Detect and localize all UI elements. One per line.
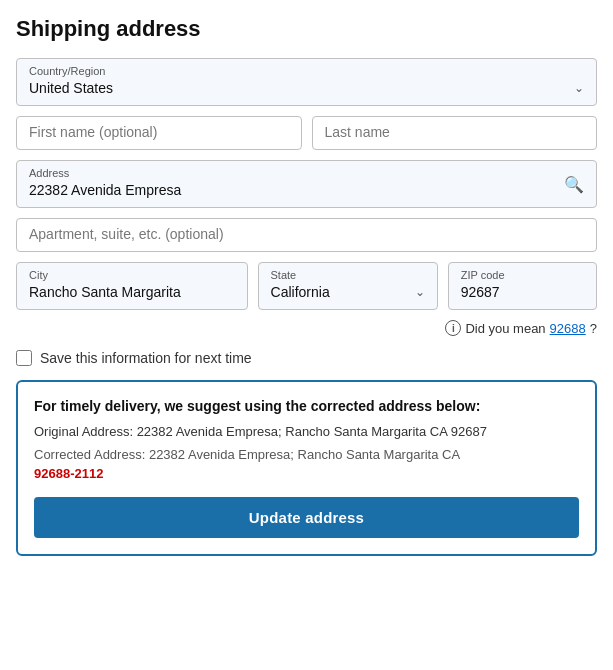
last-name-field[interactable] <box>312 116 598 150</box>
address-field[interactable]: Address 🔍 <box>16 160 597 208</box>
state-field[interactable]: State California ⌄ <box>258 262 438 310</box>
did-you-mean-text: Did you mean <box>465 321 545 336</box>
did-you-mean-row: i Did you mean 92688? <box>16 320 597 336</box>
city-input[interactable] <box>29 284 235 300</box>
zip-field[interactable]: ZIP code <box>448 262 597 310</box>
page-title: Shipping address <box>16 16 597 42</box>
state-label: State <box>271 269 425 281</box>
country-region-label: Country/Region <box>29 65 584 77</box>
corrected-address-street: 22382 Avenida Empresa; Rancho Santa Marg… <box>149 447 460 462</box>
city-field[interactable]: City <box>16 262 248 310</box>
first-name-field[interactable] <box>16 116 302 150</box>
info-icon: i <box>445 320 461 336</box>
first-name-input[interactable] <box>29 124 289 140</box>
suggestion-box: For timely delivery, we suggest using th… <box>16 380 597 556</box>
original-address-label: Original Address: <box>34 424 133 439</box>
state-select[interactable]: California <box>271 284 425 300</box>
apartment-input[interactable] <box>29 226 584 242</box>
country-region-field[interactable]: Country/Region United States ⌄ <box>16 58 597 106</box>
save-info-row: Save this information for next time <box>16 350 597 366</box>
search-icon: 🔍 <box>564 175 584 194</box>
address-label: Address <box>29 167 584 179</box>
address-input[interactable] <box>29 182 584 198</box>
corrected-address-row: Corrected Address: 22382 Avenida Empresa… <box>34 447 579 462</box>
suggestion-title: For timely delivery, we suggest using th… <box>34 398 579 414</box>
did-you-mean-zip-link[interactable]: 92688 <box>550 321 586 336</box>
corrected-zip: 92688-2112 <box>34 466 579 481</box>
city-label: City <box>29 269 235 281</box>
update-address-button[interactable]: Update address <box>34 497 579 538</box>
last-name-input[interactable] <box>325 124 585 140</box>
corrected-address-label: Corrected Address: <box>34 447 145 462</box>
did-you-mean-suffix: ? <box>590 321 597 336</box>
original-address-row: Original Address: 22382 Avenida Empresa;… <box>34 424 579 439</box>
zip-input[interactable] <box>461 284 584 300</box>
save-info-checkbox[interactable] <box>16 350 32 366</box>
save-info-label: Save this information for next time <box>40 350 252 366</box>
apartment-field[interactable] <box>16 218 597 252</box>
country-region-select[interactable]: United States <box>29 80 584 96</box>
original-address-value: 22382 Avenida Empresa; Rancho Santa Marg… <box>137 424 487 439</box>
zip-label: ZIP code <box>461 269 584 281</box>
